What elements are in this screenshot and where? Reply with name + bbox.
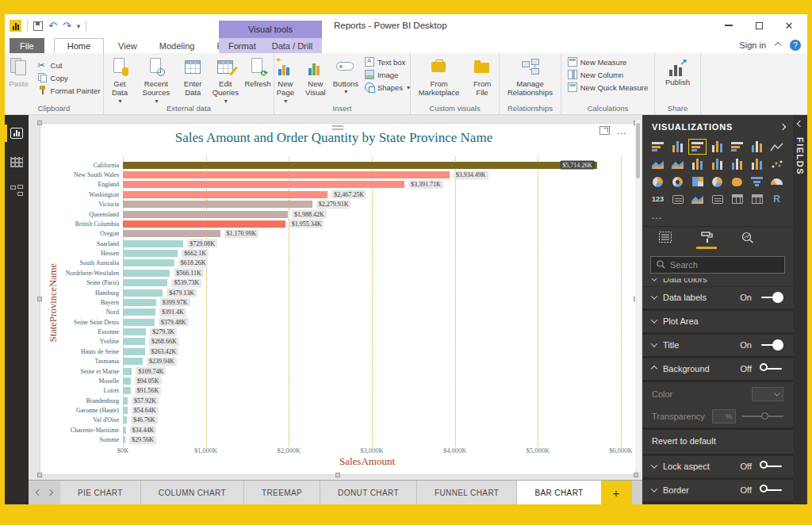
expand-fields-icon[interactable] [797,121,803,127]
bar-nord[interactable] [123,308,155,316]
bar-moselle[interactable] [123,377,131,385]
bar-hessen[interactable] [123,250,178,257]
viz-type-scatter-chart[interactable] [768,156,786,172]
viz-type-100-stacked-bar-chart[interactable] [728,139,746,155]
viz-type-waterfall-chart[interactable] [748,156,766,172]
transparency-slider[interactable] [742,416,783,417]
format-painter-button[interactable]: Format Painter [38,86,101,95]
close-button[interactable]: ✕ [774,16,804,35]
resize-handle[interactable] [37,121,42,125]
copy-button[interactable]: Copy [38,73,101,82]
bar-nordrhein-westfalen[interactable] [123,270,170,277]
bar-tasmania[interactable] [123,358,143,365]
viz-type-gauge[interactable] [768,174,786,190]
bar-charente-maritime[interactable] [123,427,126,434]
viz-type-stacked-area-chart[interactable] [668,156,687,172]
viz-type-area-chart[interactable] [649,156,667,172]
bar-yveline[interactable] [123,338,145,345]
buttons-button[interactable]: Buttons▾ [331,56,360,98]
undo-button[interactable]: ↶ [48,21,57,32]
viz-type-100-stacked-column-chart[interactable] [748,139,766,155]
contextual-tab-format[interactable]: Format [220,41,264,51]
format-section-background[interactable]: BackgroundOff [642,358,793,382]
save-button[interactable] [33,21,43,31]
bar-new-south-wales[interactable] [123,171,450,178]
new-column-button[interactable]: New Column [568,70,623,79]
image-button[interactable]: Image [365,70,410,79]
viz-type-line-chart[interactable] [768,139,786,155]
transparency-input[interactable]: % [712,409,736,423]
format-section-lock-aspect[interactable]: Lock aspectOff [642,456,793,480]
bar-garonne--haute-[interactable] [123,407,128,414]
edit-queries-button[interactable]: Edit Queries▾ [209,56,242,106]
more-visuals-button[interactable]: ... [642,207,793,226]
next-page-icon[interactable] [47,489,53,496]
new-visual-button[interactable]: New Visual [301,56,330,99]
viz-type-line-and-clustered-column-chart[interactable] [688,156,707,172]
resize-handle[interactable] [335,473,340,477]
enter-data-button[interactable]: Enter Data [178,56,208,99]
fields-tab[interactable] [655,232,676,251]
format-section-data-labels[interactable]: Data labelsOn [642,287,793,311]
from-file-button[interactable]: From File [467,56,497,99]
refresh-button[interactable]: ⟳ Refresh [243,56,272,90]
viz-type-pie-chart[interactable] [649,174,667,190]
bar-oregon[interactable] [123,230,220,237]
bar-california[interactable] [123,162,597,169]
new-quick-measure-button[interactable]: New Quick Measure [568,82,649,92]
page-tab-funnel-chart[interactable]: FUNNEL CHART [417,481,517,504]
publish-button[interactable]: ↗ Publish [663,56,692,88]
bar-seine-saint-denis[interactable] [123,319,155,326]
revert-to-default-link[interactable]: Revert to default [642,430,793,456]
collapse-ribbon-icon[interactable] [775,42,781,48]
viz-type-filled-map[interactable] [728,174,746,190]
contextual-tab-data---drill[interactable]: Data / Drill [264,41,320,51]
viz-type-card[interactable]: 123 [649,191,667,207]
format-section-title[interactable]: TitleOn [642,335,793,358]
viz-type-clustered-column-chart[interactable] [708,139,726,155]
color-dropdown[interactable] [752,387,783,401]
viz-type-donut-chart[interactable] [668,174,687,190]
viz-type-slicer[interactable] [708,191,726,207]
bar-bayern[interactable] [123,299,156,306]
viz-type-multi-row-card[interactable] [668,191,687,207]
bar-hamburg[interactable] [123,289,163,297]
new-measure-button[interactable]: New Measure [568,57,627,67]
viz-type-stacked-bar-chart[interactable] [649,139,667,155]
data-labels-toggle[interactable] [760,292,783,303]
bar-chart-visual[interactable]: … Sales Amount and Order Quantity by Sta… [40,123,636,475]
menu-tab-file[interactable]: File [10,38,44,53]
format-section-border[interactable]: BorderOff [642,480,793,504]
bar-british-columbia[interactable] [123,220,285,228]
viz-type-matrix[interactable] [748,191,766,207]
resize-handle[interactable] [37,473,42,477]
format-tab[interactable] [696,232,717,251]
new-page-button[interactable]: ✦ New Page▾ [271,56,300,106]
shapes-button[interactable]: Shapes▾ [365,82,410,92]
border-toggle[interactable] [760,485,783,496]
viz-type-kpi[interactable] [688,191,707,207]
page-tab-column-chart[interactable]: COLUMN CHART [141,481,244,504]
previous-page-icon[interactable] [36,489,42,496]
resize-handle[interactable] [37,297,42,301]
cut-button[interactable]: ✂Cut [38,60,101,70]
sign-in-link[interactable]: Sign in [739,40,766,50]
bar-washington[interactable] [123,191,327,198]
lock-aspect-toggle[interactable] [760,461,783,472]
bar-queensland[interactable] [123,211,288,218]
redo-button[interactable]: ↷ [63,21,71,32]
customize-toolbar-dropdown-icon[interactable]: ▾ [77,22,81,30]
format-section-plot-area[interactable]: Plot Area [642,311,793,335]
model-view-button[interactable] [5,182,29,199]
bar-essonne[interactable] [123,328,146,335]
text-box-button[interactable]: Text box [365,57,410,67]
viz-type-funnel[interactable] [748,174,766,190]
viz-type-ribbon-chart[interactable] [728,156,746,172]
minimize-button[interactable] [714,16,744,35]
bar-england[interactable] [123,181,404,188]
menu-tab-view[interactable]: View [107,38,148,53]
paste-button[interactable]: Paste [5,56,33,90]
report-view-button[interactable] [5,125,29,142]
viz-type-treemap[interactable] [688,174,707,190]
bar-seine--paris-[interactable] [123,279,167,286]
